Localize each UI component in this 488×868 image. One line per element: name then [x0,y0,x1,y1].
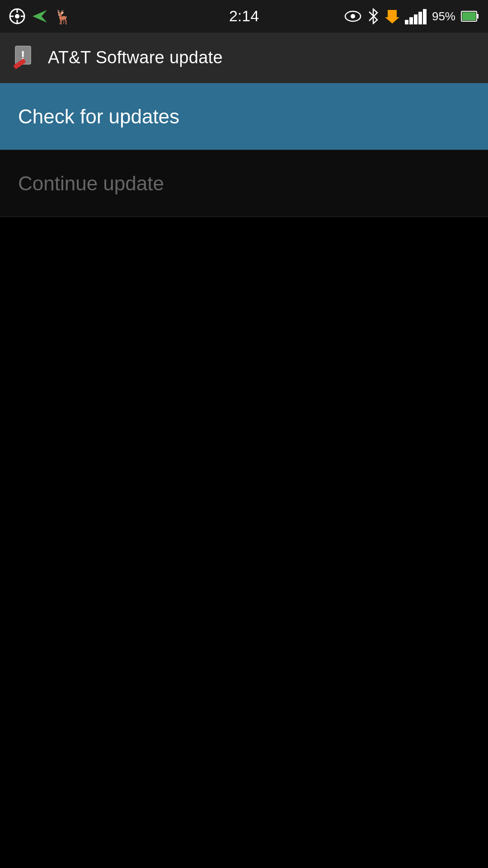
signal-icon [405,8,427,24]
gps-icon [9,8,25,24]
animal-icon: 🦌 [54,8,70,24]
download-icon [385,8,399,24]
app-header: ! AT&T Software update [0,33,488,83]
send-icon [32,8,48,24]
status-bar: 🦌 2:14 95% [0,0,488,33]
svg-rect-15 [423,9,427,24]
status-bar-right-icons: 95% [344,8,479,24]
svg-rect-12 [409,17,413,24]
content-area [0,217,488,868]
svg-rect-11 [405,20,408,24]
status-bar-left-icons: 🦌 [9,8,70,24]
app-header-icon: ! [13,45,38,71]
battery-icon [461,9,479,23]
svg-rect-17 [477,14,479,19]
battery-percent-text: 95% [432,9,455,24]
check-for-updates-label: Check for updates [18,105,179,128]
svg-point-1 [15,14,19,19]
continue-update-item[interactable]: Continue update [0,150,488,217]
continue-update-label: Continue update [18,172,164,195]
svg-rect-14 [418,12,422,24]
app-header-title: AT&T Software update [48,48,223,67]
svg-marker-6 [33,10,47,23]
status-time: 2:14 [229,7,259,25]
bluetooth-icon [367,8,380,24]
eye-icon [344,10,361,23]
check-for-updates-item[interactable]: Check for updates [0,83,488,150]
svg-rect-13 [414,14,418,24]
svg-rect-18 [462,12,476,20]
svg-text:🦌: 🦌 [54,9,70,24]
svg-marker-10 [385,10,399,24]
svg-point-9 [351,14,355,19]
